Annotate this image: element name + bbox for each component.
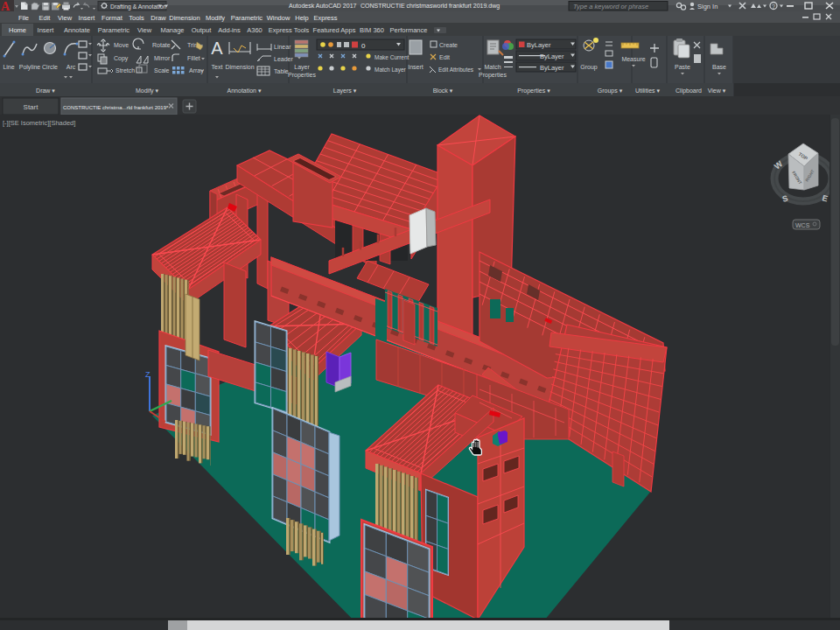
svg-text:ByLayer: ByLayer: [527, 41, 551, 49]
svg-text:Paste: Paste: [675, 64, 690, 70]
svg-text:Block ▾: Block ▾: [433, 88, 453, 94]
svg-text:Groups ▾: Groups ▾: [598, 88, 623, 94]
svg-text:Scale: Scale: [154, 67, 170, 74]
svg-text:Clipboard: Clipboard: [676, 88, 702, 94]
svg-text:Polyline: Polyline: [19, 64, 41, 71]
svg-text:Insert: Insert: [408, 64, 424, 70]
svg-text:Linear: Linear: [274, 44, 291, 50]
svg-text:Insert: Insert: [79, 14, 96, 22]
svg-text:Create: Create: [439, 42, 458, 48]
svg-text:Utilities ▾: Utilities ▾: [635, 88, 661, 94]
svg-text:Arc: Arc: [66, 64, 76, 70]
svg-text:Measure: Measure: [621, 56, 645, 62]
svg-text:Edit: Edit: [439, 54, 450, 60]
svg-text:Modify: Modify: [206, 14, 225, 22]
svg-text:Dimension: Dimension: [169, 14, 200, 22]
svg-text:Parametric: Parametric: [231, 14, 263, 22]
svg-text:Drafting & Annotation: Drafting & Annotation: [110, 4, 166, 10]
svg-text:Insert: Insert: [38, 26, 55, 34]
svg-text:CONSTRUCTIE christma...rld fra: CONSTRUCTIE christma...rld frankfurt 201…: [63, 105, 169, 110]
svg-text:Properties: Properties: [479, 72, 507, 79]
svg-text:Modify ▾: Modify ▾: [136, 88, 159, 94]
svg-text:Annotation ▾: Annotation ▾: [228, 88, 262, 94]
svg-text:View: View: [58, 14, 73, 22]
svg-text:Match Layer: Match Layer: [374, 66, 407, 74]
svg-text:Edit Attributes: Edit Attributes: [438, 66, 474, 73]
svg-text:A360: A360: [247, 26, 262, 34]
svg-text:Add-ins: Add-ins: [218, 26, 241, 34]
svg-text:Stretch: Stretch: [116, 67, 135, 74]
svg-text:WCS: WCS: [795, 222, 810, 228]
svg-text:Line: Line: [3, 64, 14, 70]
svg-text:Z: Z: [145, 370, 150, 379]
svg-text:Base: Base: [712, 64, 726, 70]
svg-text:Autodesk AutoCAD 2017: Autodesk AutoCAD 2017: [289, 3, 357, 9]
svg-text:?: ?: [772, 4, 775, 10]
svg-text:Mirror: Mirror: [154, 55, 171, 61]
svg-text:Table: Table: [274, 68, 289, 74]
svg-text:Draw: Draw: [150, 14, 166, 22]
svg-text:Output: Output: [192, 26, 212, 34]
svg-text:Home: Home: [9, 26, 26, 34]
svg-text:A: A: [1, 0, 10, 13]
svg-text:Dimension: Dimension: [225, 64, 254, 70]
svg-text:Draw ▾: Draw ▾: [36, 88, 55, 94]
svg-text:Manage: Manage: [160, 26, 184, 34]
svg-text:Layer: Layer: [294, 64, 310, 71]
svg-text:Start: Start: [24, 103, 39, 111]
svg-text:Edit: Edit: [39, 14, 52, 22]
svg-text:Tools: Tools: [129, 14, 144, 22]
svg-text:Help: Help: [295, 14, 308, 22]
svg-text:Group: Group: [580, 64, 598, 71]
svg-text:Leader: Leader: [274, 56, 293, 62]
svg-text:Parametric: Parametric: [98, 26, 130, 34]
svg-text:Sign In: Sign In: [697, 3, 718, 10]
svg-text:Copy: Copy: [114, 55, 129, 62]
svg-text:Express: Express: [313, 14, 337, 22]
svg-text:x: x: [163, 422, 166, 430]
svg-text:File: File: [18, 14, 29, 22]
svg-text:Featured Apps: Featured Apps: [313, 26, 356, 34]
svg-text:Properties ▾: Properties ▾: [517, 88, 550, 94]
svg-text:Text: Text: [212, 64, 223, 70]
svg-text:Express Tools: Express Tools: [269, 26, 310, 34]
svg-text:A: A: [211, 38, 223, 58]
svg-text:BIM 360: BIM 360: [360, 26, 384, 34]
svg-text:CONSTRUCTIE christmasworld fra: CONSTRUCTIE christmasworld frankfurt 201…: [360, 3, 500, 10]
svg-text:Properties: Properties: [288, 72, 316, 79]
svg-text:Match: Match: [484, 64, 500, 70]
svg-text:Make Current: Make Current: [374, 54, 410, 60]
svg-text:ByLayer: ByLayer: [540, 52, 564, 60]
svg-text:Type a keyword or phrase: Type a keyword or phrase: [573, 3, 648, 10]
svg-text:0: 0: [361, 42, 366, 50]
svg-text:View ▾: View ▾: [708, 88, 726, 94]
svg-text:Fillet: Fillet: [187, 55, 200, 61]
svg-text:Window: Window: [267, 14, 290, 22]
svg-text:ByLayer: ByLayer: [540, 64, 564, 72]
svg-text:View: View: [137, 26, 152, 34]
svg-text:Annotate: Annotate: [64, 26, 90, 34]
svg-text:Layers ▾: Layers ▾: [333, 88, 357, 94]
svg-text:Move: Move: [114, 42, 129, 48]
svg-text:Performance: Performance: [390, 26, 428, 34]
svg-text:Circle: Circle: [42, 64, 58, 70]
svg-text:Format: Format: [102, 14, 123, 22]
svg-text:Rotate: Rotate: [152, 42, 171, 48]
